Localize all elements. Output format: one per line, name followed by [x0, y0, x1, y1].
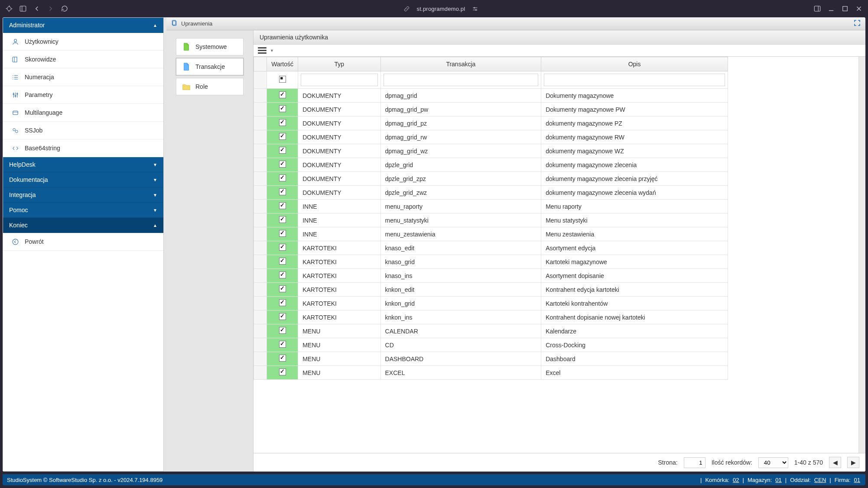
row-handle[interactable] [254, 283, 267, 297]
tab-role[interactable]: Role [176, 78, 244, 95]
row-checkbox[interactable] [279, 368, 286, 375]
row-checkbox[interactable] [279, 244, 286, 251]
row-handle[interactable] [254, 158, 267, 172]
row-check-cell[interactable] [267, 89, 298, 103]
table-row[interactable]: DOKUMENTYdpzle_griddokumenty magazynowe … [254, 158, 728, 172]
row-checkbox[interactable] [279, 341, 286, 348]
table-row[interactable]: KARTOTEKIknaso_insAsortyment dopisanie [254, 269, 728, 283]
sidebar-section-pomoc[interactable]: Pomoc ▼ [3, 203, 163, 218]
status-oddzial[interactable]: CEN [813, 477, 827, 483]
sidebar-item-multilanguage[interactable]: Multilanguage [3, 104, 163, 122]
row-handle[interactable] [254, 352, 267, 366]
table-row[interactable]: INNEmenu_raportyMenu raporty [254, 200, 728, 213]
row-handle[interactable] [254, 241, 267, 255]
row-check-cell[interactable] [267, 200, 298, 213]
filter-transaction-input[interactable] [384, 74, 539, 86]
row-check-cell[interactable] [267, 144, 298, 158]
menu-icon[interactable] [258, 47, 267, 54]
table-row[interactable]: DOKUMENTYdpmag_grid_rwdokumenty magazyno… [254, 130, 728, 144]
row-check-cell[interactable] [267, 172, 298, 186]
table-row[interactable]: DOKUMENTYdpmag_grid_pwDokumenty magazyno… [254, 103, 728, 116]
table-row[interactable]: KARTOTEKIknaso_gridKartoteki magazynowe [254, 255, 728, 269]
pager-records-select[interactable]: 40 [758, 457, 788, 468]
table-row[interactable]: KARTOTEKIknkon_editKontrahent edycja kar… [254, 283, 728, 297]
row-check-cell[interactable] [267, 241, 298, 255]
filter-value-check[interactable] [279, 76, 286, 83]
close-icon[interactable] [855, 5, 863, 13]
status-firma[interactable]: 01 [853, 477, 861, 483]
table-row[interactable]: INNEmenu_statystykiMenu statystyki [254, 213, 728, 227]
table-row[interactable]: DOKUMENTYdpzle_grid_zwzdokumenty magazyn… [254, 186, 728, 200]
row-checkbox[interactable] [279, 258, 286, 265]
pager-page-input[interactable] [684, 457, 705, 468]
row-handle[interactable] [254, 338, 267, 352]
row-handle[interactable] [254, 186, 267, 200]
tab-systemowe[interactable]: Systemowe [176, 38, 244, 55]
col-desc[interactable]: Opis [541, 57, 728, 71]
row-handle[interactable] [254, 200, 267, 213]
filter-desc-input[interactable] [544, 74, 725, 86]
table-row[interactable]: KARTOTEKIknkon_insKontrahent dopisanie n… [254, 310, 728, 324]
row-check-cell[interactable] [267, 297, 298, 310]
row-checkbox[interactable] [279, 188, 286, 195]
sidebar-section-integracja[interactable]: Integracja ▼ [3, 187, 163, 203]
row-check-cell[interactable] [267, 366, 298, 380]
row-checkbox[interactable] [279, 230, 286, 237]
status-komorka[interactable]: 02 [732, 477, 740, 483]
row-handle[interactable] [254, 144, 267, 158]
row-check-cell[interactable] [267, 255, 298, 269]
panel-icon[interactable] [813, 5, 821, 13]
sidebar-section-helpdesk[interactable]: HelpDesk ▼ [3, 157, 163, 172]
table-row[interactable]: MENUCALENDARKalendarze [254, 324, 728, 338]
row-checkbox[interactable] [279, 355, 286, 362]
row-check-cell[interactable] [267, 352, 298, 366]
maximize-icon[interactable] [841, 5, 849, 13]
row-check-cell[interactable] [267, 158, 298, 172]
sidebar-section-dokumentacja[interactable]: Dokumentacja ▼ [3, 172, 163, 187]
row-checkbox[interactable] [279, 271, 286, 278]
table-row[interactable]: MENUCDCross-Docking [254, 338, 728, 352]
maximize-panel-icon[interactable] [853, 19, 861, 28]
col-value[interactable]: Wartość [267, 57, 298, 71]
pager-next-button[interactable]: ▶ [847, 457, 859, 468]
row-checkbox[interactable] [279, 299, 286, 306]
row-check-cell[interactable] [267, 213, 298, 227]
row-checkbox[interactable] [279, 91, 286, 98]
row-handle[interactable] [254, 130, 267, 144]
row-check-cell[interactable] [267, 186, 298, 200]
row-checkbox[interactable] [279, 313, 286, 320]
row-handle[interactable] [254, 310, 267, 324]
table-row[interactable]: DOKUMENTYdpmag_gridDokumenty magazynowe [254, 89, 728, 103]
table-row[interactable]: DOKUMENTYdpzle_grid_zpzdokumenty magazyn… [254, 172, 728, 186]
tab-transakcje[interactable]: Transakcje [176, 58, 244, 75]
row-checkbox[interactable] [279, 161, 286, 168]
row-checkbox[interactable] [279, 105, 286, 112]
col-type[interactable]: Typ [298, 57, 380, 71]
sidebar-item-ssjob[interactable]: SSJob [3, 122, 163, 139]
row-checkbox[interactable] [279, 133, 286, 140]
status-magazyn[interactable]: 01 [774, 477, 782, 483]
table-row[interactable]: KARTOTEKIknkon_gridKartoteki kontrahentó… [254, 297, 728, 310]
row-checkbox[interactable] [279, 202, 286, 209]
table-row[interactable]: MENUEXCELExcel [254, 366, 728, 380]
pager-prev-button[interactable]: ◀ [829, 457, 841, 468]
sidebar-item-powrot[interactable]: Powrót [3, 233, 163, 251]
grid-scroll[interactable]: Wartość Typ Transakcja Opis [254, 57, 858, 453]
back-icon[interactable] [33, 5, 41, 13]
sidebar-toggle-icon[interactable] [19, 5, 27, 13]
row-checkbox[interactable] [279, 119, 286, 126]
table-row[interactable]: KARTOTEKIknaso_editAsortyment edycja [254, 241, 728, 255]
sidebar-item-parametry[interactable]: Parametry [3, 86, 163, 104]
reload-icon[interactable] [61, 5, 68, 13]
row-handle[interactable] [254, 116, 267, 130]
sidebar-item-skorowidze[interactable]: Skorowidze [3, 51, 163, 68]
filter-type-input[interactable] [301, 74, 377, 86]
row-checkbox[interactable] [279, 327, 286, 334]
minimize-icon[interactable] [827, 5, 835, 13]
table-row[interactable]: INNEmenu_zestawieniaMenu zestawienia [254, 227, 728, 241]
url-text[interactable]: st.programdemo.pl [417, 6, 465, 12]
row-check-cell[interactable] [267, 227, 298, 241]
sidebar-item-base64[interactable]: Base64string [3, 139, 163, 157]
sidebar-section-koniec[interactable]: Koniec ▲ [3, 218, 163, 233]
col-transaction[interactable]: Transakcja [380, 57, 541, 71]
